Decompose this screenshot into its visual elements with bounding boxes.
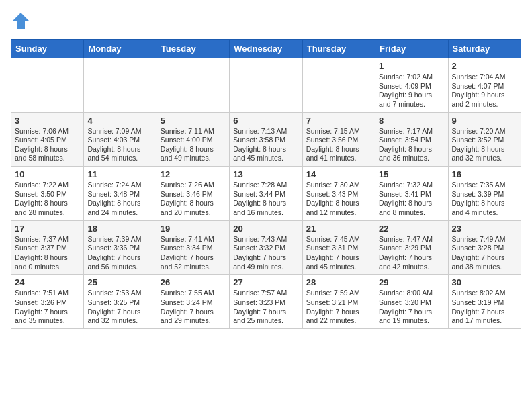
day-info-line: Sunrise: 7:43 AM [233, 235, 298, 244]
calendar-week-row: 3Sunrise: 7:06 AMSunset: 4:05 PMDaylight… [11, 112, 521, 167]
day-info-line: Sunset: 3:29 PM [379, 244, 444, 253]
day-of-week-header: Thursday [302, 40, 375, 58]
calendar-cell: 1Sunrise: 7:02 AMSunset: 4:09 PMDaylight… [375, 58, 448, 113]
day-info-line: Sunrise: 7:02 AM [379, 73, 444, 82]
calendar-cell: 12Sunrise: 7:26 AMSunset: 3:46 PMDayligh… [157, 167, 229, 221]
day-info-line: Sunrise: 7:13 AM [233, 127, 298, 136]
svg-marker-0 [13, 13, 29, 29]
day-info-line: Sunrise: 7:49 AM [452, 235, 517, 244]
day-info-line: Daylight: 8 hours and 24 minutes. [87, 199, 152, 217]
day-info-line: Sunset: 3:48 PM [87, 190, 152, 199]
day-number: 12 [161, 169, 226, 179]
day-info-line: Sunrise: 7:24 AM [87, 181, 152, 190]
day-info-line: Daylight: 8 hours and 58 minutes. [15, 145, 80, 163]
day-of-week-header: Monday [84, 40, 157, 58]
day-number: 29 [379, 277, 444, 287]
day-info-line: Sunrise: 8:00 AM [379, 289, 444, 298]
day-number: 26 [161, 277, 226, 287]
day-number: 24 [15, 277, 80, 287]
day-info-line: Daylight: 8 hours and 32 minutes. [452, 145, 517, 163]
day-number: 28 [306, 277, 371, 287]
day-info-line: Sunset: 4:00 PM [161, 136, 226, 145]
day-info-line: Sunrise: 7:35 AM [452, 181, 517, 190]
day-info-line: Sunrise: 7:15 AM [306, 127, 371, 136]
calendar-cell: 24Sunrise: 7:51 AMSunset: 3:26 PMDayligh… [11, 275, 84, 329]
day-of-week-header: Tuesday [157, 40, 229, 58]
day-number: 25 [87, 277, 152, 287]
day-number: 11 [87, 169, 152, 179]
day-info-line: Sunset: 4:07 PM [452, 82, 517, 91]
calendar-cell: 17Sunrise: 7:37 AMSunset: 3:37 PMDayligh… [11, 220, 84, 275]
day-info-line: Daylight: 8 hours and 36 minutes. [379, 145, 444, 163]
calendar-cell: 25Sunrise: 7:53 AMSunset: 3:25 PMDayligh… [84, 275, 157, 329]
calendar-cell: 2Sunrise: 7:04 AMSunset: 4:07 PMDaylight… [448, 58, 521, 113]
day-info-line: Daylight: 9 hours and 7 minutes. [379, 91, 444, 109]
calendar-cell: 27Sunrise: 7:57 AMSunset: 3:23 PMDayligh… [230, 275, 302, 329]
day-number: 5 [161, 116, 226, 126]
day-info-line: Sunrise: 7:59 AM [306, 289, 371, 298]
day-info-line: Daylight: 8 hours and 12 minutes. [306, 199, 371, 217]
day-number: 16 [452, 169, 517, 179]
day-info-line: Daylight: 8 hours and 0 minutes. [15, 253, 80, 271]
day-info-line: Sunset: 3:19 PM [452, 298, 517, 308]
calendar-cell: 9Sunrise: 7:20 AMSunset: 3:52 PMDaylight… [448, 112, 521, 167]
day-info-line: Sunset: 3:50 PM [15, 190, 80, 199]
day-info-line: Daylight: 8 hours and 8 minutes. [379, 199, 444, 217]
calendar-cell: 13Sunrise: 7:28 AMSunset: 3:44 PMDayligh… [230, 167, 302, 221]
day-info-line: Sunset: 3:28 PM [452, 244, 517, 253]
day-number: 10 [15, 169, 80, 179]
day-info-line: Daylight: 8 hours and 41 minutes. [306, 145, 371, 163]
day-info-line: Sunrise: 7:11 AM [161, 127, 226, 136]
day-number: 18 [87, 224, 152, 234]
calendar-cell: 26Sunrise: 7:55 AMSunset: 3:24 PMDayligh… [157, 275, 229, 329]
day-number: 2 [452, 61, 517, 71]
day-info-line: Sunset: 4:03 PM [87, 136, 152, 145]
day-info-line: Daylight: 7 hours and 49 minutes. [233, 253, 298, 271]
calendar-cell [84, 58, 157, 113]
day-number: 27 [233, 277, 298, 287]
day-info-line: Daylight: 8 hours and 16 minutes. [233, 199, 298, 217]
day-info-line: Sunset: 3:26 PM [15, 298, 80, 308]
calendar-cell: 5Sunrise: 7:11 AMSunset: 4:00 PMDaylight… [157, 112, 229, 167]
day-info-line: Sunset: 3:24 PM [161, 298, 226, 308]
calendar-week-row: 10Sunrise: 7:22 AMSunset: 3:50 PMDayligh… [11, 167, 521, 221]
day-number: 14 [306, 169, 371, 179]
calendar-cell: 14Sunrise: 7:30 AMSunset: 3:43 PMDayligh… [302, 167, 375, 221]
calendar-cell: 21Sunrise: 7:45 AMSunset: 3:31 PMDayligh… [302, 220, 375, 275]
day-info-line: Sunrise: 7:32 AM [379, 181, 444, 190]
day-info-line: Sunset: 3:52 PM [452, 136, 517, 145]
day-info-line: Daylight: 7 hours and 56 minutes. [87, 253, 152, 271]
day-info-line: Daylight: 7 hours and 25 minutes. [233, 308, 298, 326]
day-info-line: Daylight: 9 hours and 2 minutes. [452, 91, 517, 109]
calendar-week-row: 1Sunrise: 7:02 AMSunset: 4:09 PMDaylight… [11, 58, 521, 113]
day-of-week-header: Friday [375, 40, 448, 58]
calendar-cell: 16Sunrise: 7:35 AMSunset: 3:39 PMDayligh… [448, 167, 521, 221]
day-info-line: Sunset: 3:32 PM [233, 244, 298, 253]
calendar-cell [302, 58, 375, 113]
day-number: 23 [452, 224, 517, 234]
day-info-line: Sunrise: 7:26 AM [161, 181, 226, 190]
day-number: 8 [379, 116, 444, 126]
day-info-line: Sunset: 3:44 PM [233, 190, 298, 199]
logo [11, 11, 34, 31]
day-info-line: Sunset: 3:58 PM [233, 136, 298, 145]
day-info-line: Sunset: 3:56 PM [306, 136, 371, 145]
day-number: 4 [87, 116, 152, 126]
day-info-line: Sunset: 3:43 PM [306, 190, 371, 199]
day-info-line: Sunrise: 7:47 AM [379, 235, 444, 244]
day-info-line: Sunrise: 7:09 AM [87, 127, 152, 136]
calendar-cell [157, 58, 229, 113]
day-number: 17 [15, 224, 80, 234]
day-info-line: Sunset: 3:36 PM [87, 244, 152, 253]
calendar-cell: 6Sunrise: 7:13 AMSunset: 3:58 PMDaylight… [230, 112, 302, 167]
day-number: 19 [161, 224, 226, 234]
page-header [11, 11, 521, 31]
calendar-cell [230, 58, 302, 113]
day-info-line: Sunset: 3:39 PM [452, 190, 517, 199]
day-number: 3 [15, 116, 80, 126]
day-info-line: Sunset: 3:41 PM [379, 190, 444, 199]
day-number: 21 [306, 224, 371, 234]
calendar-cell: 28Sunrise: 7:59 AMSunset: 3:21 PMDayligh… [302, 275, 375, 329]
day-info-line: Sunset: 3:31 PM [306, 244, 371, 253]
day-info-line: Sunrise: 7:57 AM [233, 289, 298, 298]
